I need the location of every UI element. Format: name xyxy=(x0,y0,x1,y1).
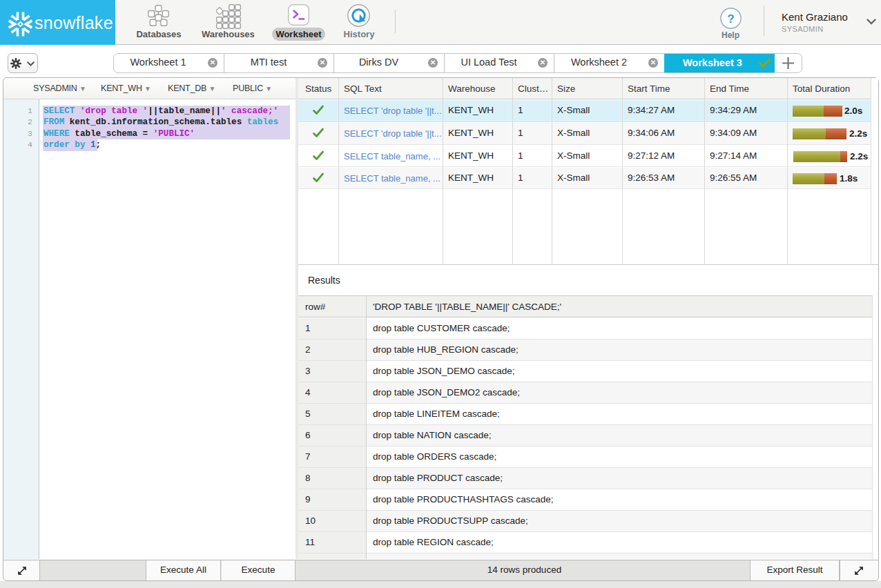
svg-text:?: ? xyxy=(727,12,734,26)
